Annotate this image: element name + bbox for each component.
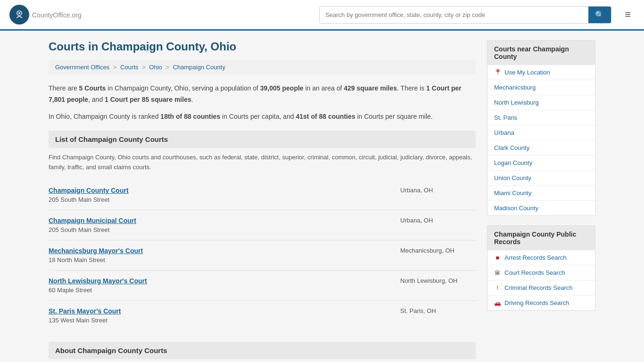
driving-records-link[interactable]: Driving Records Search [504, 299, 569, 306]
public-records-section: Champaign County Public Records ■ Arrest… [487, 225, 595, 311]
criminal-records-icon: ! [494, 285, 501, 291]
list-section-heading: List of Champaign County Courts [49, 131, 476, 148]
site-logo[interactable]: CountyOffice.org [9, 5, 82, 25]
breadcrumb-champaign[interactable]: Champaign County [173, 64, 225, 71]
court-location-2: Mechanicsburg, OH [400, 247, 476, 254]
court-location-0: Urbana, OH [400, 187, 476, 194]
logo-text: CountyOffice.org [32, 10, 82, 20]
court-location-3: North Lewisburg, OH [400, 277, 476, 284]
search-icon: 🔍 [595, 11, 604, 19]
use-my-location[interactable]: 📍 Use My Location [487, 65, 595, 80]
nearby-link-7[interactable]: Miami County [494, 189, 531, 197]
court-name-2[interactable]: Mechanicsburg Mayor's Court [49, 247, 143, 255]
court-records-icon: 🏛 [494, 270, 501, 276]
court-records-link[interactable]: Court Records Search [504, 269, 565, 276]
court-address-2: 18 North Main Street [49, 256, 143, 263]
sidebar-nearby-2: St. Paris [487, 110, 595, 125]
search-bar: 🔍 [319, 6, 611, 24]
records-item-0: ■ Arrest Records Search [487, 250, 595, 265]
records-item-3: 🚗 Driving Records Search [487, 296, 595, 310]
breadcrumb-courts[interactable]: Courts [120, 64, 138, 71]
breadcrumb: Government Offices > Courts > Ohio > Cha… [49, 60, 476, 74]
logo-icon [9, 5, 29, 25]
about-section-heading: About Champaign County Courts [49, 342, 476, 359]
court-address-3: 60 Maple Street [49, 287, 147, 294]
sidebar-nearby-7: Miami County [487, 186, 595, 201]
use-location-link[interactable]: Use My Location [504, 69, 550, 76]
courts-near-section: Courts near Champaign County 📍 Use My Lo… [487, 40, 595, 216]
records-item-2: ! Criminal Records Search [487, 280, 595, 296]
nearby-link-4[interactable]: Clark County [494, 144, 529, 151]
sidebar-nearby-5: Logan County [487, 156, 595, 171]
search-input[interactable] [320, 7, 588, 23]
court-item: Champaign County Court 205 South Main St… [49, 180, 476, 210]
intro-paragraph-2: In Ohio, Champaign County is ranked 18th… [49, 111, 476, 123]
sidebar-nearby-8: Madison County [487, 201, 595, 215]
breadcrumb-ohio[interactable]: Ohio [149, 64, 162, 71]
records-item-1: 🏛 Court Records Search [487, 265, 595, 280]
criminal-records-link[interactable]: Criminal Records Search [504, 284, 573, 291]
court-address-1: 205 South Main Street [49, 226, 136, 233]
court-name-3[interactable]: North Lewisburg Mayor's Court [49, 277, 147, 285]
breadcrumb-gov-offices[interactable]: Government Offices [55, 64, 109, 71]
court-name-0[interactable]: Champaign County Court [49, 187, 129, 194]
public-records-heading: Champaign County Public Records [487, 226, 595, 250]
hamburger-icon: ≡ [625, 8, 631, 20]
court-item: St. Paris Mayor's Court 135 West Main St… [49, 301, 476, 330]
sidebar-nearby-4: Clark County [487, 140, 595, 156]
courts-list: Champaign County Court 205 South Main St… [49, 180, 476, 330]
courts-near-heading: Courts near Champaign County [487, 41, 595, 65]
location-icon: 📍 [494, 69, 502, 76]
arrest-records-link[interactable]: Arrest Records Search [504, 254, 567, 261]
list-section-desc: Find Champaign County, Ohio courts and c… [49, 153, 476, 173]
court-address-4: 135 West Main Street [49, 317, 121, 324]
court-item: Mechanicsburg Mayor's Court 18 North Mai… [49, 240, 476, 271]
sidebar-nearby-0: Mechanicsburg [487, 80, 595, 95]
court-location-1: Urbana, OH [400, 217, 476, 224]
court-item: Champaign Municipal Court 205 South Main… [49, 210, 476, 240]
sidebar-nearby-6: Union County [487, 171, 595, 186]
page-title: Courts in Champaign County, Ohio [49, 40, 476, 53]
svg-point-2 [18, 12, 20, 14]
search-button[interactable]: 🔍 [588, 7, 611, 23]
court-item: North Lewisburg Mayor's Court 60 Maple S… [49, 271, 476, 301]
nearby-link-3[interactable]: Urbana [494, 129, 514, 136]
court-location-4: St. Paris, OH [400, 307, 476, 314]
court-name-1[interactable]: Champaign Municipal Court [49, 217, 136, 224]
intro-paragraph-1: There are 5 Courts in Champaign County, … [49, 83, 476, 106]
driving-records-icon: 🚗 [494, 300, 501, 306]
sidebar: Courts near Champaign County 📍 Use My Lo… [487, 40, 595, 362]
nearby-link-8[interactable]: Madison County [494, 205, 538, 212]
content-area: Courts in Champaign County, Ohio Governm… [49, 40, 476, 362]
court-address-0: 205 South Main Street [49, 196, 129, 203]
nearby-link-0[interactable]: Mechanicsburg [494, 84, 536, 91]
menu-button[interactable]: ≡ [621, 7, 635, 23]
nearby-link-6[interactable]: Union County [494, 174, 531, 181]
court-name-4[interactable]: St. Paris Mayor's Court [49, 307, 121, 315]
sidebar-nearby-3: Urbana [487, 125, 595, 140]
nearby-link-1[interactable]: North Lewisburg [494, 99, 539, 106]
nearby-link-2[interactable]: St. Paris [494, 114, 517, 121]
nearby-link-5[interactable]: Logan County [494, 159, 532, 166]
arrest-records-icon: ■ [494, 255, 501, 261]
sidebar-nearby-1: North Lewisburg [487, 95, 595, 110]
